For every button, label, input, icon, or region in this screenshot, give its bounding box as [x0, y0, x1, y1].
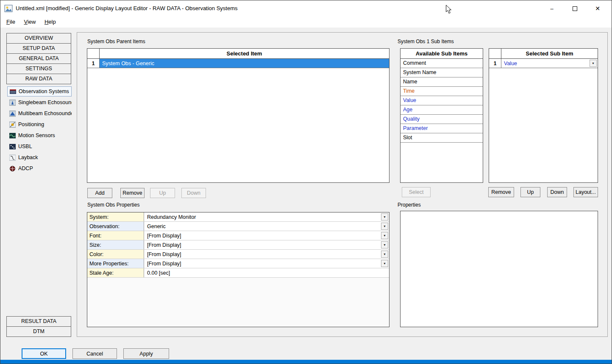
sub-up-button[interactable]: Up	[520, 187, 540, 197]
sidebar-item-label: USBL	[18, 143, 32, 149]
sidebar-item-motion-sensors[interactable]: Motion Sensors	[7, 130, 72, 141]
titlebar: Untitled.xml [modified] - Generic Displa…	[0, 0, 612, 17]
sidebar-tab-setup-data[interactable]: SETUP DATA	[6, 43, 71, 54]
property-row-font: Font: [From Display] ▼	[87, 231, 389, 240]
available-sub-items-header: Available Sub Items	[401, 49, 483, 59]
selected-sub-item-combo[interactable]: Value	[501, 59, 598, 68]
dropdown-arrow-icon[interactable]: ▼	[381, 251, 388, 258]
selected-sub-items-header: Selected Sub Item	[489, 49, 598, 59]
parent-item-selected[interactable]: System Obs - Generic	[100, 59, 389, 68]
sidebar-tab-overview[interactable]: OVERVIEW	[6, 33, 71, 44]
system-obs-properties-grid: System: Redundancy Monitor ▼ Observation…	[87, 212, 389, 327]
selected-item-header: Selected Item	[100, 49, 389, 58]
sidebar-item-usbl[interactable]: USBL	[7, 141, 72, 152]
sub-properties-box	[400, 211, 598, 327]
menu-help[interactable]: Help	[43, 17, 57, 28]
maximize-icon	[573, 6, 577, 11]
dropdown-arrow-icon[interactable]: ▼	[381, 241, 388, 248]
size-dropdown[interactable]: [From Display]	[144, 240, 389, 249]
list-item[interactable]: Name	[401, 77, 483, 87]
stale-age-field[interactable]: 0.00 [sec]	[144, 268, 389, 277]
property-row-stale-age: Stale Age: 0.00 [sec]	[87, 268, 389, 278]
parent-items-table: Selected Item 1 System Obs - Generic	[87, 48, 389, 183]
sub-remove-button[interactable]: Remove	[488, 187, 514, 197]
property-label: System:	[87, 212, 144, 221]
ok-button[interactable]: OK	[22, 348, 66, 359]
list-item[interactable]: Value	[401, 96, 483, 105]
sidebar-item-label: ADCP	[18, 165, 33, 171]
list-item[interactable]: Quality	[401, 115, 483, 124]
apply-button[interactable]: Apply	[123, 348, 169, 359]
parent-items-table-header: Selected Item	[87, 49, 389, 59]
sidebar-tab-dtm[interactable]: DTM	[6, 326, 71, 337]
maximize-button[interactable]	[565, 0, 584, 17]
menu-view[interactable]: View	[22, 17, 37, 28]
sidebar-item-multibeam-echosounder[interactable]: Multibeam Echosounder	[7, 108, 72, 119]
property-label: Size:	[87, 240, 144, 249]
motion-sensors-icon	[9, 132, 16, 139]
more-properties-dropdown[interactable]: [From Display]	[144, 259, 389, 268]
property-label: Color:	[87, 250, 144, 259]
property-label: Observation:	[87, 222, 144, 231]
sidebar-tab-result-data[interactable]: RESULT DATA	[6, 316, 71, 327]
list-item[interactable]: Age	[401, 105, 483, 115]
observation-dropdown[interactable]: Generic	[144, 222, 389, 231]
close-icon: ✕	[595, 5, 600, 12]
parent-items-section-label: System Obs Parent Items	[87, 39, 145, 44]
table-row[interactable]: 1 System Obs - Generic	[87, 59, 389, 68]
menu-file[interactable]: File	[5, 17, 17, 28]
sidebar-item-label: Observation Systems	[19, 88, 69, 94]
layback-icon	[9, 154, 16, 161]
minimize-button[interactable]: –	[542, 0, 562, 17]
sub-down-button[interactable]: Down	[547, 187, 567, 197]
close-button[interactable]: ✕	[588, 0, 607, 17]
sidebar-item-label: Positioning	[18, 121, 44, 127]
row-number-header	[489, 49, 501, 58]
sidebar-item-layback[interactable]: Layback	[7, 152, 72, 163]
dropdown-arrow-icon[interactable]: ▼	[381, 213, 388, 221]
sidebar-tab-general-data[interactable]: GENERAL DATA	[6, 53, 71, 64]
property-label: More Properties:	[87, 259, 144, 268]
system-dropdown[interactable]: Redundancy Monitor	[144, 212, 389, 221]
list-item[interactable]: Slot	[401, 133, 483, 143]
down-button: Down	[181, 188, 206, 198]
sidebar-item-adcp[interactable]: ADCP	[7, 163, 72, 174]
row-number: 1	[489, 59, 501, 68]
dropdown-arrow-icon[interactable]: ▼	[381, 223, 388, 230]
font-dropdown[interactable]: [From Display]	[144, 231, 389, 240]
list-item[interactable]: Comment	[401, 59, 483, 68]
table-row[interactable]: 1 Value ▼	[489, 59, 598, 68]
dropdown-arrow-icon[interactable]: ▼	[381, 232, 388, 239]
sub-properties-section-label: Properties	[398, 202, 421, 208]
sidebar-item-singlebeam-echosounder[interactable]: Singlebeam Echosounder	[7, 97, 72, 108]
property-row-size: Size: [From Display] ▼	[87, 240, 389, 250]
sidebar-item-observation-systems[interactable]: Observation Systems	[7, 86, 72, 97]
remove-button[interactable]: Remove	[120, 188, 145, 198]
sub-items-section-label: System Obs 1 Sub Items	[398, 39, 454, 44]
add-button[interactable]: Add	[87, 188, 112, 198]
properties-section-label: System Obs Properties	[87, 202, 139, 208]
sidebar-tab-raw-data[interactable]: RAW DATA	[6, 74, 71, 84]
taskbar-strip	[0, 360, 612, 364]
app-icon	[4, 4, 13, 13]
property-row-color: Color: [From Display] ▼	[87, 250, 389, 259]
property-row-system: System: Redundancy Monitor ▼	[87, 212, 389, 222]
color-dropdown[interactable]: [From Display]	[144, 250, 389, 259]
list-item[interactable]: Time	[401, 87, 483, 96]
cancel-button[interactable]: Cancel	[72, 348, 117, 359]
list-item[interactable]: System Name	[401, 68, 483, 77]
row-number: 1	[87, 59, 100, 68]
sidebar-item-label: Multibeam Echosounder	[18, 110, 72, 116]
dropdown-arrow-icon[interactable]: ▼	[381, 260, 388, 267]
sidebar-item-positioning[interactable]: Positioning	[7, 119, 72, 130]
list-item[interactable]: Parameter	[401, 124, 483, 133]
app-window: Untitled.xml [modified] - Generic Displa…	[0, 0, 612, 364]
property-row-observation: Observation: Generic ▼	[87, 222, 389, 231]
selected-sub-items-table: Selected Sub Item 1 Value ▼	[489, 48, 598, 183]
available-sub-items-header-label: Available Sub Items	[401, 49, 483, 58]
observation-systems-icon	[10, 88, 16, 95]
layout-button[interactable]: Layout...	[573, 187, 598, 197]
dropdown-arrow-icon[interactable]: ▼	[590, 60, 597, 67]
sidebar-tab-settings[interactable]: SETTINGS	[6, 63, 71, 74]
sidebar-item-label: Motion Sensors	[18, 132, 55, 138]
